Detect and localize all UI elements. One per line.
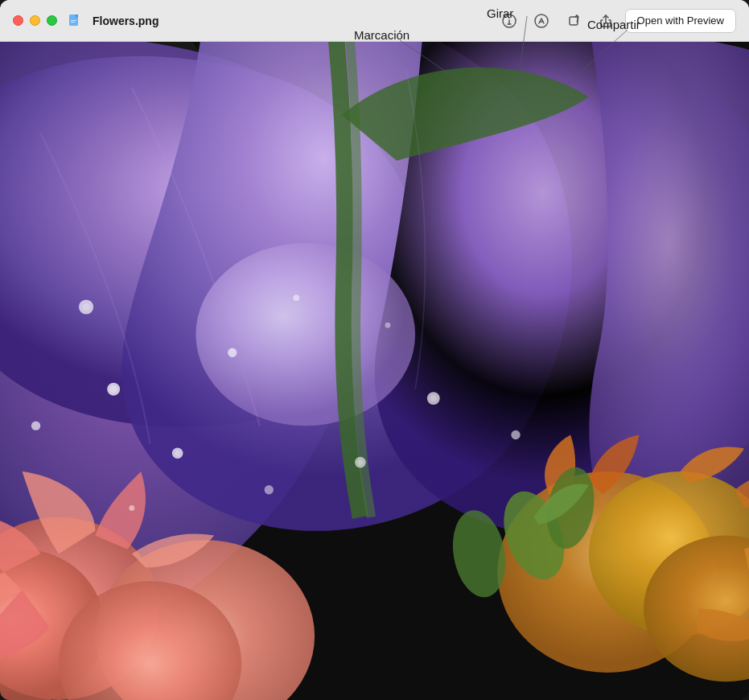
svg-rect-10 bbox=[570, 17, 578, 25]
svg-point-31 bbox=[83, 303, 90, 311]
svg-point-37 bbox=[511, 430, 520, 439]
minimize-button[interactable] bbox=[30, 15, 40, 26]
file-icon bbox=[67, 13, 83, 29]
markup-button[interactable] bbox=[529, 8, 554, 34]
image-container bbox=[0, 42, 749, 700]
svg-point-29 bbox=[228, 348, 237, 357]
rotate-button[interactable] bbox=[561, 8, 586, 34]
close-button[interactable] bbox=[13, 15, 23, 26]
info-button[interactable] bbox=[496, 8, 522, 34]
quick-look-window: Marcación Girar Compartir Flowers.png bbox=[0, 0, 749, 700]
svg-point-9 bbox=[535, 14, 548, 27]
svg-point-40 bbox=[293, 294, 299, 301]
svg-point-14 bbox=[195, 243, 415, 426]
svg-rect-6 bbox=[71, 22, 75, 23]
traffic-lights bbox=[13, 15, 57, 26]
open-with-preview-button[interactable]: Open with Preview bbox=[625, 9, 736, 33]
flower-image bbox=[0, 42, 749, 700]
svg-point-39 bbox=[129, 505, 134, 511]
share-button[interactable] bbox=[593, 8, 619, 34]
svg-point-28 bbox=[175, 451, 180, 456]
svg-point-36 bbox=[430, 395, 437, 401]
svg-point-38 bbox=[265, 485, 274, 494]
svg-point-32 bbox=[31, 421, 40, 430]
svg-point-41 bbox=[385, 323, 391, 328]
maximize-button[interactable] bbox=[47, 15, 57, 26]
filename: Flowers.png bbox=[93, 14, 487, 27]
toolbar-actions: Open with Preview bbox=[496, 8, 736, 34]
svg-rect-5 bbox=[71, 20, 76, 21]
svg-point-34 bbox=[357, 459, 363, 465]
svg-point-8 bbox=[508, 17, 510, 19]
svg-point-26 bbox=[110, 385, 117, 393]
titlebar: Flowers.png bbox=[0, 0, 749, 42]
